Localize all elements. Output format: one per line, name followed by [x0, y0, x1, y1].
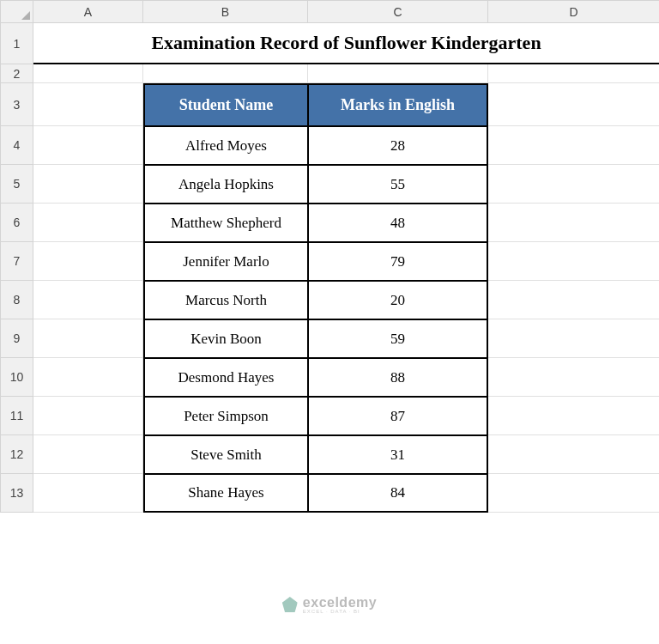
- cell-D10[interactable]: [488, 358, 659, 397]
- cell-A2[interactable]: [33, 64, 143, 83]
- spreadsheet-grid: A B C D 1 Examination Record of Sunflowe…: [0, 0, 659, 513]
- table-header-name[interactable]: Student Name: [143, 83, 308, 126]
- cell-C2[interactable]: [308, 64, 488, 83]
- watermark: exceldemy EXCEL · DATA · BI: [282, 595, 377, 614]
- col-header-C[interactable]: C: [308, 1, 488, 23]
- row-header-4[interactable]: 4: [1, 126, 33, 165]
- cell-D11[interactable]: [488, 397, 659, 435]
- table-row[interactable]: Steve Smith: [143, 435, 308, 474]
- cell-A10[interactable]: [33, 358, 143, 397]
- page-title[interactable]: Examination Record of Sunflower Kinderga…: [33, 23, 659, 64]
- cell-D8[interactable]: [488, 281, 659, 319]
- table-row[interactable]: 59: [308, 319, 488, 358]
- row-header-11[interactable]: 11: [1, 397, 33, 435]
- cell-A12[interactable]: [33, 435, 143, 474]
- table-header-marks[interactable]: Marks in English: [308, 83, 488, 126]
- table-row[interactable]: 31: [308, 435, 488, 474]
- table-row[interactable]: 87: [308, 397, 488, 435]
- table-row[interactable]: 48: [308, 204, 488, 242]
- row-header-7[interactable]: 7: [1, 242, 33, 281]
- col-header-D[interactable]: D: [488, 1, 659, 23]
- col-header-B[interactable]: B: [143, 1, 308, 23]
- row-header-3[interactable]: 3: [1, 83, 33, 126]
- cell-A5[interactable]: [33, 165, 143, 204]
- row-header-12[interactable]: 12: [1, 435, 33, 474]
- cell-B2[interactable]: [143, 64, 308, 83]
- table-row[interactable]: 88: [308, 358, 488, 397]
- row-header-6[interactable]: 6: [1, 204, 33, 242]
- table-row[interactable]: Kevin Boon: [143, 319, 308, 358]
- row-header-9[interactable]: 9: [1, 319, 33, 358]
- table-row[interactable]: Peter Simpson: [143, 397, 308, 435]
- cell-D2[interactable]: [488, 64, 659, 83]
- row-header-5[interactable]: 5: [1, 165, 33, 204]
- watermark-sub: EXCEL · DATA · BI: [303, 609, 377, 614]
- table-row[interactable]: 28: [308, 126, 488, 165]
- cell-A9[interactable]: [33, 319, 143, 358]
- table-row[interactable]: 20: [308, 281, 488, 319]
- row-header-1[interactable]: 1: [1, 23, 33, 64]
- select-all-corner[interactable]: [1, 1, 33, 23]
- cell-A6[interactable]: [33, 204, 143, 242]
- cell-D5[interactable]: [488, 165, 659, 204]
- table-row[interactable]: Shane Hayes: [143, 474, 308, 513]
- table-row[interactable]: Desmond Hayes: [143, 358, 308, 397]
- cell-D3[interactable]: [488, 83, 659, 126]
- cell-A4[interactable]: [33, 126, 143, 165]
- cell-A7[interactable]: [33, 242, 143, 281]
- cell-D9[interactable]: [488, 319, 659, 358]
- cell-D4[interactable]: [488, 126, 659, 165]
- table-row[interactable]: 79: [308, 242, 488, 281]
- table-row[interactable]: 55: [308, 165, 488, 204]
- cell-A13[interactable]: [33, 474, 143, 513]
- cell-A3[interactable]: [33, 83, 143, 126]
- row-header-8[interactable]: 8: [1, 281, 33, 319]
- cell-A11[interactable]: [33, 397, 143, 435]
- cell-D6[interactable]: [488, 204, 659, 242]
- cell-A8[interactable]: [33, 281, 143, 319]
- table-row[interactable]: Jennifer Marlo: [143, 242, 308, 281]
- table-row[interactable]: Marcus North: [143, 281, 308, 319]
- table-row[interactable]: 84: [308, 474, 488, 513]
- col-header-A[interactable]: A: [33, 1, 143, 23]
- cell-D12[interactable]: [488, 435, 659, 474]
- row-header-13[interactable]: 13: [1, 474, 33, 513]
- table-row[interactable]: Matthew Shepherd: [143, 204, 308, 242]
- table-row[interactable]: Angela Hopkins: [143, 165, 308, 204]
- row-header-10[interactable]: 10: [1, 358, 33, 397]
- table-row[interactable]: Alfred Moyes: [143, 126, 308, 165]
- row-header-2[interactable]: 2: [1, 64, 33, 83]
- cell-D13[interactable]: [488, 474, 659, 513]
- cell-D7[interactable]: [488, 242, 659, 281]
- logo-icon: [282, 597, 298, 612]
